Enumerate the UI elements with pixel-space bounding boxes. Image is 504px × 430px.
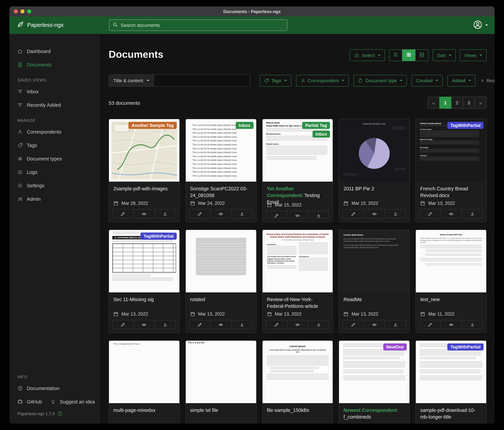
document-card[interactable]: Contact Sheet DemoGiven a set of image f…	[339, 230, 410, 333]
download-document-button[interactable]	[231, 209, 252, 218]
document-thumbnail[interactable]: NewOne	[339, 341, 410, 403]
document-thumbnail[interactable]: French Country BreadFor the Leaven:Make …	[416, 119, 486, 182]
document-title[interactable]: simple txt file	[190, 407, 252, 413]
document-thumbnail[interactable]: This is a test for the double space char…	[186, 119, 256, 182]
document-thumbnail[interactable]: This is a multi page document. Page 1.	[109, 341, 180, 403]
download-document-button[interactable]	[155, 209, 176, 218]
minimize-window-button[interactable]	[20, 9, 25, 13]
view-document-button[interactable]	[287, 320, 308, 329]
edit-document-button[interactable]	[266, 320, 287, 329]
document-thumbnail[interactable]: This is a test file.	[186, 341, 256, 403]
tag-badge-inbox[interactable]: Inbox	[312, 131, 330, 138]
download-document-button[interactable]	[461, 209, 483, 218]
document-correspondent-link[interactable]: Newest Correspondent	[343, 408, 397, 413]
edit-document-button[interactable]	[266, 211, 287, 218]
app-logo[interactable]: Paperless-ngx	[9, 21, 101, 30]
edit-document-button[interactable]	[343, 209, 364, 218]
user-menu[interactable]	[473, 20, 488, 30]
page-1-button[interactable]: 1	[439, 97, 451, 109]
document-thumbnail[interactable]: Review of New York Federal Petitions for…	[262, 230, 333, 292]
tag-badge-another-sample-tag[interactable]: Another Sample Tag	[129, 122, 177, 129]
document-card[interactable]: This is a test file.simple txt file	[185, 340, 257, 424]
sidebar-item-settings[interactable]: Settings	[9, 179, 100, 192]
views-button[interactable]: Views	[460, 49, 486, 61]
tag-badge-tagwithpartial[interactable]: TagWithPartial	[447, 343, 484, 350]
document-title[interactable]: ReadMe	[343, 296, 405, 303]
sidebar-item-inbox[interactable]: Inbox	[9, 85, 100, 98]
document-thumbnail[interactable]: Release NotesSimba ODBC Driver for SQL S…	[262, 119, 333, 182]
view-document-button[interactable]	[134, 209, 155, 218]
view-document-button[interactable]	[134, 320, 155, 329]
title-content-dropdown[interactable]: Title & content	[109, 75, 154, 87]
edit-document-button[interactable]	[343, 320, 364, 329]
document-card[interactable]: Lorem ipsumLorem ipsum dolor sit amet, c…	[262, 340, 333, 424]
filter-text-input[interactable]	[154, 75, 250, 87]
document-title[interactable]: French Country Bread Revised.docx	[420, 185, 482, 199]
document-card[interactable]: Review of New York Federal Petitions for…	[262, 230, 333, 333]
document-card[interactable]: TagWithPartialsample-pdf-download-10-mb-…	[415, 340, 486, 424]
sidebar-item-dashboard[interactable]: Dashboard	[9, 45, 100, 58]
document-thumbnail[interactable]: TagWithPartial	[416, 341, 486, 403]
view-document-button[interactable]	[210, 320, 231, 329]
document-title[interactable]: test_new	[420, 296, 482, 303]
close-window-button[interactable]	[14, 9, 18, 13]
sidebar-item-documents[interactable]: Documents	[9, 58, 100, 72]
download-document-button[interactable]	[155, 320, 176, 329]
document-correspondent-link[interactable]: Yet Another Correspondent	[267, 186, 302, 198]
document-card[interactable]: NewOneNewest Correspondent: f_combineds	[339, 340, 410, 424]
download-document-button[interactable]	[231, 320, 252, 329]
zoom-window-button[interactable]	[27, 9, 31, 13]
page-2-button[interactable]: 2	[451, 97, 463, 109]
edit-document-button[interactable]	[189, 209, 210, 218]
document-thumbnail[interactable]: Contact Sheet DemoGiven a set of image f…	[339, 230, 410, 292]
document-title[interactable]: Review-of-New-York-Federal-Petitions-art…	[267, 296, 328, 309]
document-card[interactable]: This is a multi page document. Page 1.mu…	[109, 340, 180, 424]
document-thumbnail[interactable]: Adobe Acrobat PDF FilesAdobe® Portable D…	[416, 230, 486, 292]
sidebar-item-suggest-an-idea[interactable]: Suggest an idea	[51, 395, 100, 409]
edit-document-button[interactable]	[420, 209, 440, 218]
filter-dropdown-added[interactable]: Added	[447, 75, 475, 86]
reset-filters-button[interactable]: Reset filters	[480, 78, 495, 83]
document-title[interactable]: rotated	[190, 296, 252, 303]
download-document-button[interactable]	[385, 320, 406, 329]
sidebar-item-documentation[interactable]: Documentation	[9, 382, 100, 395]
edit-document-button[interactable]	[113, 209, 134, 218]
tag-badge-tagwithpartial[interactable]: TagWithPartial	[141, 233, 177, 240]
next-page-button[interactable]: »	[475, 97, 486, 109]
document-title[interactable]: sample-pdf-download-10-mb-longer-title	[420, 407, 482, 420]
sidebar-item-document-types[interactable]: Document types	[9, 152, 100, 166]
view-document-button[interactable]	[364, 320, 385, 329]
filter-dropdown-tags[interactable]: Tags	[260, 75, 291, 86]
view-document-button[interactable]	[364, 209, 385, 218]
select-button[interactable]: Select	[350, 49, 385, 61]
view-grid-button[interactable]	[402, 49, 415, 61]
document-title[interactable]: Newest Correspondent: f_combineds	[343, 407, 405, 420]
document-title[interactable]: 2sample-pdf-with-images	[113, 185, 175, 192]
document-thumbnail[interactable]: Lorem ipsumLorem ipsum dolor sit amet, c…	[262, 341, 333, 403]
sidebar-item-admin[interactable]: Admin	[9, 192, 100, 206]
tag-badge-partial-tag[interactable]: Partial Tag	[302, 122, 330, 129]
search-input[interactable]	[121, 22, 284, 28]
tag-badge-tagwithpartial[interactable]: TagWithPartial	[447, 122, 484, 129]
download-document-button[interactable]	[385, 209, 406, 218]
edit-document-button[interactable]	[113, 320, 134, 329]
view-details-button[interactable]	[415, 49, 429, 61]
document-title[interactable]: multi-page-mixedxx	[113, 407, 175, 413]
document-card[interactable]: This is a test for the double space char…	[185, 119, 257, 222]
sort-button[interactable]: Sort	[432, 49, 456, 61]
tag-badge-inbox[interactable]: Inbox	[236, 122, 253, 129]
document-thumbnail[interactable]	[186, 230, 256, 292]
view-document-button[interactable]	[440, 320, 461, 329]
view-document-button[interactable]	[287, 211, 308, 218]
document-card[interactable]: French Country BreadFor the Leaven:Make …	[415, 119, 486, 222]
document-title[interactable]: Sec 11-Missing sig	[113, 296, 175, 303]
document-card[interactable]: rotatedMar 13, 2022	[185, 230, 257, 333]
download-document-button[interactable]	[308, 211, 329, 218]
document-card[interactable]: Patient BP Distribution 20112011 BP Pie …	[339, 119, 410, 222]
sidebar-item-recently-added[interactable]: Recently Added	[9, 98, 100, 112]
view-document-button[interactable]	[210, 209, 231, 218]
edit-document-button[interactable]	[420, 320, 440, 329]
previous-page-button[interactable]: «	[428, 97, 440, 109]
filter-dropdown-document-type[interactable]: Document type	[353, 75, 407, 86]
download-document-button[interactable]	[308, 320, 329, 329]
